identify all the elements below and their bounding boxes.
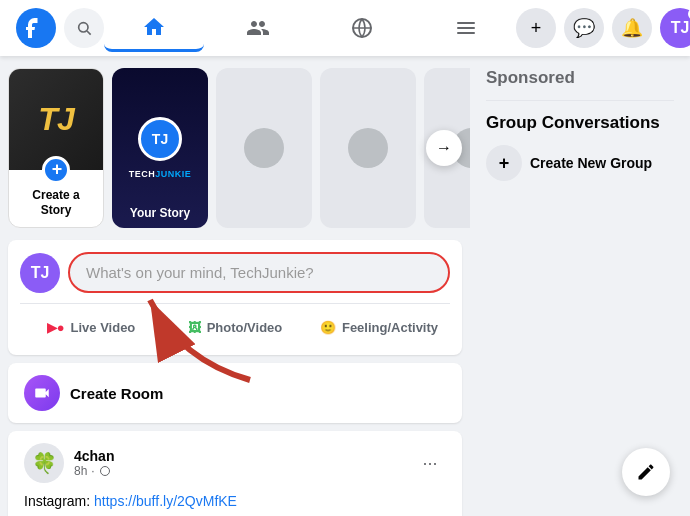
main-layout: TJ + Create aStory TJ TECHJUNKIE Your St… [0,56,690,516]
instagram-link[interactable]: https://buff.ly/2QvMfKE [94,493,237,509]
placeholder-circle-1 [244,128,284,168]
facebook-logo[interactable] [16,8,56,48]
post-meta: 8h · [74,464,114,478]
stories-next-button[interactable]: → [426,130,462,166]
post-more-button[interactable]: ··· [414,447,446,479]
search-bar[interactable] [64,8,104,48]
messenger-button[interactable]: 💬 [564,8,604,48]
svg-line-1 [87,31,91,35]
your-story-card[interactable]: TJ TECHJUNKIE Your Story [112,68,208,228]
svg-point-0 [79,23,88,32]
4chan-post: 🍀 4chan 8h · ··· Instagram: https://buff… [8,431,462,516]
post-user-avatar: TJ [20,253,60,293]
placeholder-circle-2 [348,128,388,168]
nav-menu[interactable] [416,4,516,52]
feeling-icon: 🙂 [320,320,336,335]
story-create-bg: TJ + [9,69,103,170]
sponsored-title: Sponsored [486,68,674,88]
room-icon [24,375,60,411]
nav-right: + 💬 🔔 TJ [516,8,690,48]
stories-row: TJ + Create aStory TJ TECHJUNKIE Your St… [8,68,462,228]
group-conv-title: Group Conversations [486,113,674,133]
live-video-button[interactable]: ▶● Live Video [20,312,162,343]
post-body: Instagram: https://buff.ly/2QvMfKE YouTu… [8,491,462,516]
nav-center [104,4,516,52]
nav-groups[interactable] [312,4,412,52]
right-sidebar: Sponsored Group Conversations + Create N… [470,56,690,516]
post-header: 🍀 4chan 8h · ··· [8,431,462,491]
post-input[interactable]: What's on your mind, TechJunkie? [68,252,450,293]
feeling-activity-button[interactable]: 🙂 Feeling/Activity [308,312,450,343]
post-actions: ▶● Live Video 🖼 Photo/Video 🙂 Feeling/Ac… [20,303,450,343]
post-username: 4chan [74,448,114,464]
top-navigation: + 💬 🔔 TJ [0,0,690,56]
your-story-avatar: TJ [138,117,182,161]
story-plus-icon: + [42,156,70,184]
post-box: TJ What's on your mind, TechJunkie? ▶● L… [8,240,462,355]
notifications-button[interactable]: 🔔 [612,8,652,48]
create-group-plus-icon: + [486,145,522,181]
create-room-label: Create Room [70,385,163,402]
create-group-label: Create New Group [530,155,652,171]
photo-video-icon: 🖼 [188,320,201,335]
4chan-avatar: 🍀 [24,443,64,483]
nav-home[interactable] [104,4,204,52]
story-placeholder-1 [216,68,312,228]
post-input-row: TJ What's on your mind, TechJunkie? [20,252,450,293]
live-video-icon: ▶● [47,320,65,335]
create-story-card[interactable]: TJ + Create aStory [8,68,104,228]
photo-video-button[interactable]: 🖼 Photo/Video [164,312,306,343]
post-user-info: 4chan 8h · [74,448,114,478]
svg-point-6 [100,467,109,476]
nav-left [16,8,104,48]
nav-friends[interactable] [208,4,308,52]
create-group-button[interactable]: + Create New Group [486,141,674,185]
your-story-bg: TJ TECHJUNKIE [112,68,208,228]
feed-area: TJ + Create aStory TJ TECHJUNKIE Your St… [0,56,470,516]
your-story-label: Your Story [112,206,208,220]
story-placeholder-2 [320,68,416,228]
svg-rect-3 [457,22,475,24]
profile-avatar[interactable]: TJ [660,8,690,48]
svg-rect-5 [457,32,475,34]
create-room-box[interactable]: Create Room [8,363,462,423]
svg-rect-4 [457,27,475,29]
sidebar-divider [486,100,674,101]
post-header-left: 🍀 4chan 8h · [24,443,114,483]
add-button[interactable]: + [516,8,556,48]
edit-fab[interactable] [622,448,670,496]
your-story-brand: TECHJUNKIE [129,169,192,179]
